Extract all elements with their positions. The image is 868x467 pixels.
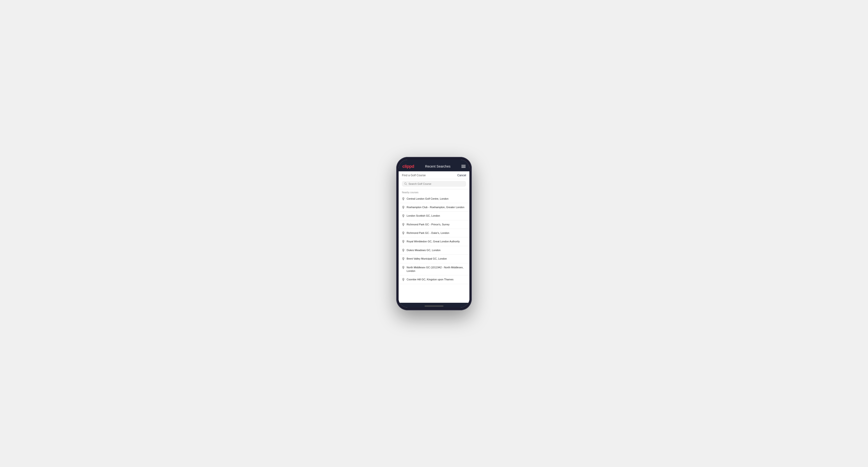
pin-icon <box>402 231 405 235</box>
app-logo: clippd <box>402 164 414 169</box>
hamburger-menu-icon[interactable] <box>461 165 466 168</box>
nav-title: Recent Searches <box>425 164 450 168</box>
home-indicator <box>399 303 469 308</box>
pin-icon <box>402 214 405 218</box>
list-item[interactable]: Dukes Meadows GC, London <box>399 246 469 255</box>
list-item[interactable]: Richmond Park GC - Prince's, Surrey <box>399 220 469 229</box>
list-item[interactable]: Coombe Hill GC, Kingston upon Thames <box>399 275 469 284</box>
phone-wrapper: clippd Recent Searches Find a Golf Cours… <box>396 157 472 310</box>
search-input-wrapper <box>402 181 466 187</box>
nearby-label: Nearby courses <box>399 189 469 195</box>
pin-icon <box>402 206 405 209</box>
list-item[interactable]: Richmond Park GC - Duke's, London <box>399 229 469 238</box>
svg-line-1 <box>406 184 407 185</box>
course-name: Coombe Hill GC, Kingston upon Thames <box>407 278 454 281</box>
list-item[interactable]: London Scottish GC, London <box>399 212 469 220</box>
course-list: Central London Golf Centre, London Roeha… <box>399 195 469 284</box>
search-icon <box>404 182 407 185</box>
nearby-section: Nearby courses Central London Golf Centr… <box>399 189 469 303</box>
search-input[interactable] <box>408 182 464 185</box>
phone-screen: clippd Recent Searches Find a Golf Cours… <box>399 160 469 308</box>
search-container <box>399 179 469 189</box>
pin-icon <box>402 240 405 243</box>
list-item[interactable]: Royal Wimbledon GC, Great London Authori… <box>399 238 469 246</box>
course-name: Royal Wimbledon GC, Great London Authori… <box>407 240 460 243</box>
pin-icon <box>402 266 405 269</box>
pin-icon <box>402 249 405 252</box>
cancel-button[interactable]: Cancel <box>457 174 466 177</box>
home-bar <box>425 306 443 307</box>
pin-icon <box>402 257 405 260</box>
nav-bar: clippd Recent Searches <box>399 162 469 171</box>
course-name: Richmond Park GC - Prince's, Surrey <box>407 223 450 226</box>
main-content: Find a Golf Course Cancel Nearby <box>399 171 469 303</box>
pin-icon <box>402 197 405 200</box>
hamburger-line-3 <box>461 167 466 168</box>
list-item[interactable]: Roehampton Club - Roehampton, Greater Lo… <box>399 203 469 212</box>
hamburger-line-2 <box>461 166 466 166</box>
course-name: Roehampton Club - Roehampton, Greater Lo… <box>407 206 464 209</box>
course-name: Brent Valley Municipal GC, London <box>407 257 447 260</box>
hamburger-line-1 <box>461 165 466 165</box>
phone-frame: clippd Recent Searches Find a Golf Cours… <box>396 157 472 310</box>
list-item[interactable]: Central London Golf Centre, London <box>399 195 469 203</box>
find-header-label: Find a Golf Course <box>402 174 426 177</box>
list-item[interactable]: North Middlesex GC (1011942 - North Midd… <box>399 263 469 276</box>
course-name: Richmond Park GC - Duke's, London <box>407 231 450 235</box>
course-name: Central London Golf Centre, London <box>407 197 448 200</box>
find-header: Find a Golf Course Cancel <box>399 171 469 179</box>
pin-icon <box>402 278 405 281</box>
status-bar <box>399 160 469 162</box>
pin-icon <box>402 223 405 226</box>
list-item[interactable]: Brent Valley Municipal GC, London <box>399 255 469 263</box>
course-name: North Middlesex GC (1011942 - North Midd… <box>407 266 466 273</box>
course-name: London Scottish GC, London <box>407 214 440 218</box>
course-name: Dukes Meadows GC, London <box>407 248 441 252</box>
